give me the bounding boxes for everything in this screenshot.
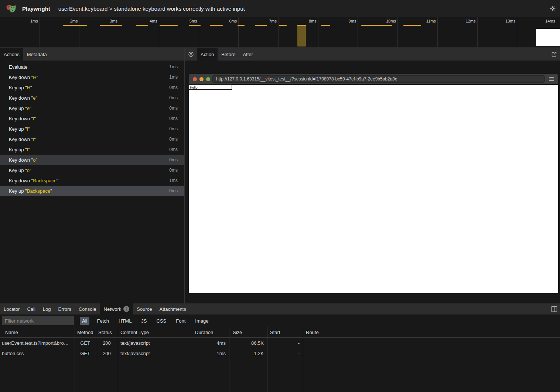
timeline-action-marker: [160, 25, 178, 26]
timeline-cell[interactable]: 13ms: [478, 17, 518, 47]
timeline-selected-range: [297, 25, 306, 47]
timeline-cell[interactable]: 2ms: [40, 17, 80, 47]
table-row[interactable]: button.cssGET200text/javascript1ms1.2K-: [0, 348, 560, 358]
action-row[interactable]: Key down "o" 0ms: [0, 155, 184, 165]
film-strip-thumbnail[interactable]: [536, 29, 560, 46]
network-count-badge: 2: [123, 306, 129, 312]
timeline-cell[interactable]: 3ms: [79, 17, 119, 47]
table-header-cell: Route: [303, 330, 560, 335]
action-duration: 1ms: [169, 75, 178, 80]
table-cell: text/javascript: [118, 351, 192, 356]
tab-source[interactable]: Source: [133, 303, 156, 314]
table-header-cell: Content Type: [118, 330, 192, 335]
action-row[interactable]: Key down "Backspace" 1ms: [0, 175, 184, 186]
tab-action[interactable]: Action: [197, 48, 218, 61]
network-table: NameMethodStatusContent TypeDurationSize…: [0, 327, 560, 392]
timeline-tick-label: 12ms: [466, 19, 476, 23]
tab-metadata[interactable]: Metadata: [23, 48, 51, 61]
traffic-light-red-icon: [193, 77, 197, 81]
timeline-cell[interactable]: 12ms: [438, 17, 478, 47]
action-row[interactable]: Key up "H" 0ms: [0, 82, 184, 93]
tab-attachments[interactable]: Attachments: [156, 303, 189, 314]
action-duration: 0ms: [169, 106, 178, 111]
action-duration: 0ms: [169, 168, 178, 173]
action-row[interactable]: Key up "l" 0ms: [0, 144, 184, 155]
tab-call[interactable]: Call: [23, 303, 39, 314]
table-header-cell: Method: [75, 330, 96, 335]
tab-label: Metadata: [27, 52, 47, 57]
filter-chip-js[interactable]: JS: [139, 317, 149, 325]
timeline-tick-label: 2ms: [70, 19, 78, 23]
tab-locator[interactable]: Locator: [0, 303, 23, 314]
action-row[interactable]: Key up "e" 0ms: [0, 103, 184, 113]
traffic-light-yellow-icon: [199, 77, 204, 81]
action-row[interactable]: Key up "l" 0ms: [0, 124, 184, 134]
action-duration: 0ms: [169, 188, 178, 193]
timeline-action-marker: [279, 25, 287, 26]
tab-actions[interactable]: Actions: [0, 48, 23, 61]
action-row[interactable]: Key down "l" 0ms: [0, 113, 184, 124]
timeline-cell[interactable]: 5ms: [159, 17, 199, 47]
table-cell: 200: [96, 340, 118, 346]
network-filter-row: All Fetch HTML JS CSS Font Image: [0, 314, 560, 327]
tab-label: Before: [221, 52, 235, 57]
action-duration: 0ms: [169, 95, 178, 100]
filter-chip-fetch[interactable]: Fetch: [95, 317, 111, 325]
gear-teeth: [550, 6, 556, 11]
filter-network-input[interactable]: [2, 316, 74, 325]
snapshot-page: [189, 85, 558, 293]
table-header-cell: Name: [0, 330, 75, 335]
timeline-cell[interactable]: 1ms: [0, 17, 40, 47]
filter-chip-image[interactable]: Image: [193, 317, 211, 325]
table-header-cell: Duration: [192, 330, 229, 335]
filter-chip-css[interactable]: CSS: [154, 317, 169, 325]
filter-chip-html[interactable]: HTML: [116, 317, 134, 325]
filter-chip-font[interactable]: Font: [174, 317, 188, 325]
tab-network[interactable]: Network2: [100, 303, 133, 314]
table-cell: -: [267, 340, 303, 346]
tab-log[interactable]: Log: [39, 303, 55, 314]
text-input[interactable]: [189, 85, 232, 90]
tab-before[interactable]: Before: [218, 48, 239, 61]
tab-errors[interactable]: Errors: [54, 303, 75, 314]
tab-console[interactable]: Console: [75, 303, 100, 314]
pick-locator-icon[interactable]: [185, 48, 197, 61]
timeline-tick-label: 1ms: [30, 19, 38, 23]
table-cell: 1ms: [192, 351, 229, 356]
tab-label: Call: [27, 306, 35, 312]
action-row[interactable]: Key down "l" 0ms: [0, 134, 184, 144]
split-view-icon[interactable]: [551, 306, 557, 312]
table-row[interactable]: userEvent.test.ts?import&bro…GET200text/…: [0, 338, 560, 348]
tab-label: Network: [104, 306, 122, 312]
table-cell: button.css: [0, 351, 75, 356]
timeline-cell[interactable]: 9ms: [318, 17, 358, 47]
timeline-tick-label: 9ms: [349, 19, 356, 23]
timeline-tick-label: 8ms: [309, 19, 317, 23]
table-cell: 86.5K: [229, 340, 267, 346]
timeline-cell[interactable]: 6ms: [199, 17, 239, 47]
action-row[interactable]: Key down "H" 1ms: [0, 72, 184, 82]
timeline[interactable]: 1ms2ms3ms4ms5ms6ms7ms8ms9ms10ms11ms12ms1…: [0, 17, 560, 48]
action-row[interactable]: Evaluate 1ms: [0, 62, 184, 72]
timeline-action-marker: [136, 25, 148, 26]
timeline-cell[interactable]: 4ms: [119, 17, 159, 47]
network-type-chips: All Fetch HTML JS CSS Font Image: [80, 317, 211, 325]
table-cell: userEvent.test.ts?import&bro…: [0, 340, 75, 346]
timeline-cell[interactable]: 7ms: [239, 17, 279, 47]
timeline-cell[interactable]: 11ms: [398, 17, 438, 47]
action-row[interactable]: Key down "e" 0ms: [0, 93, 184, 103]
tab-after[interactable]: After: [239, 48, 256, 61]
open-external-icon[interactable]: [551, 51, 557, 58]
filter-chip-all[interactable]: All: [80, 317, 89, 325]
tab-label: Actions: [4, 52, 20, 57]
table-header-cell: Status: [96, 330, 118, 335]
table-column-divider: [75, 327, 75, 392]
settings-gear-icon[interactable]: [549, 5, 556, 12]
action-row[interactable]: Key up "o" 0ms: [0, 165, 184, 175]
url-text: http://127.0.0.1:63315/__vitest_test__/?…: [213, 76, 397, 82]
timeline-action-marker: [238, 25, 245, 26]
action-row[interactable]: Key up "Backspace" 0ms: [0, 186, 184, 196]
timeline-action-marker: [189, 25, 200, 26]
timeline-cell[interactable]: 10ms: [358, 17, 398, 47]
action-duration: 0ms: [169, 116, 178, 121]
